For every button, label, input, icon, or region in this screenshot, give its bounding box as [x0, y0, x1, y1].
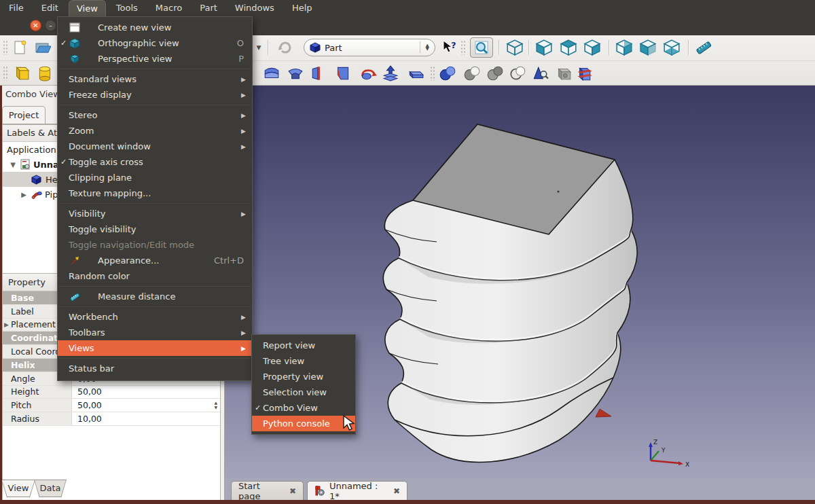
submenu-item-combo-view[interactable]: ✓Combo View [252, 400, 355, 416]
svg-text:Y: Y [661, 447, 666, 454]
tab-data[interactable]: Data [34, 480, 67, 497]
menu-item-visibility[interactable]: Visibility▶ [58, 206, 252, 221]
menu-part[interactable]: Part [192, 0, 225, 16]
menu-help[interactable]: Help [285, 0, 320, 16]
check-geometry-icon[interactable] [530, 64, 549, 83]
new-document-icon[interactable] [11, 38, 30, 57]
part-loft-icon[interactable] [262, 64, 281, 83]
red-axis-arrow [596, 409, 611, 417]
mdi-tab-bar: Start page✖ Unnamed : 1*✖ [225, 478, 815, 500]
pitch-spinner[interactable]: ▲▼ [214, 400, 217, 410]
boolean-cut-icon[interactable] [486, 64, 505, 83]
boolean-union-icon[interactable] [438, 64, 457, 83]
toolbar-grip[interactable] [3, 40, 7, 55]
submenu-item-property-view[interactable]: Property view [252, 369, 355, 384]
menu-item-toggle-axis-cross[interactable]: ✓Toggle axis cross [58, 154, 252, 170]
menu-windows[interactable]: Windows [228, 0, 282, 16]
menu-item-toolbars[interactable]: Toolbars▶ [58, 325, 252, 340]
close-tab-icon[interactable]: ✖ [393, 486, 400, 496]
pipe-sweep-icon [31, 190, 42, 200]
view-menu-dropdown: Create new view ✓ Orthographic view O Pe… [57, 16, 253, 381]
toolbar-grip[interactable] [3, 66, 7, 81]
tab-view[interactable]: View [1, 480, 35, 497]
defeaturing-icon[interactable] [554, 64, 573, 83]
property-row-radius[interactable]: Radius10,00 [3, 412, 220, 426]
open-document-icon[interactable] [34, 38, 53, 57]
new-view-icon [67, 22, 82, 33]
menu-item-perspective-view[interactable]: Perspective view P [58, 51, 252, 67]
property-row-pitch[interactable]: Pitch 50,00 ▲▼ [3, 399, 220, 412]
menu-item-zoom[interactable]: Zoom▶ [58, 123, 252, 139]
property-row-height[interactable]: Height50,00 [3, 386, 220, 399]
boolean-section-icon[interactable] [508, 64, 527, 83]
primitive-cylinder-icon[interactable] [35, 64, 54, 83]
primitive-box-icon[interactable] [11, 64, 30, 83]
menu-item-toggle-visibility[interactable]: Toggle visibility [58, 221, 252, 237]
menu-item-freeze-display[interactable]: Freeze display▶ [58, 87, 252, 103]
submenu-item-tree-view[interactable]: Tree view [252, 353, 355, 369]
expander-open-icon[interactable]: ▼ [8, 161, 18, 168]
workbench-selector[interactable]: Part ▲▼ [304, 39, 435, 56]
tab-unnamed-document[interactable]: Unnamed : 1*✖ [307, 481, 408, 500]
whats-this-icon[interactable]: ? [440, 38, 459, 57]
axonometric-view-icon[interactable] [505, 38, 524, 57]
fit-all-icon[interactable] [470, 37, 493, 58]
boolean-common-icon[interactable] [463, 64, 482, 83]
part-sweep-icon[interactable] [286, 64, 305, 83]
menu-item-workbench[interactable]: Workbench▶ [58, 309, 252, 325]
menu-item-clipping-plane[interactable]: Clipping plane [58, 170, 252, 185]
menu-item-toggle-navigation: Toggle navigation/Edit mode [58, 237, 252, 253]
menu-item-measure-distance[interactable]: Measure distance [58, 289, 252, 304]
part-cube-icon [310, 42, 321, 53]
menu-item-random-color[interactable]: Random color [58, 268, 252, 284]
menu-file[interactable]: File [1, 0, 31, 16]
view-top-icon[interactable] [559, 38, 578, 57]
menu-macro[interactable]: Macro [148, 0, 189, 16]
submenu-item-python-console[interactable]: Python console [252, 416, 355, 431]
view-left-icon[interactable] [662, 38, 681, 57]
toolbar-grip[interactable] [460, 40, 465, 55]
menu-item-document-window[interactable]: Document window▶ [58, 139, 252, 154]
tab-project[interactable]: Project [2, 106, 46, 124]
cross-sections-icon[interactable] [574, 64, 593, 83]
tab-start-page[interactable]: Start page✖ [231, 481, 304, 500]
expander-closed-icon[interactable]: ▶ [19, 191, 29, 198]
part-extrude-icon[interactable] [381, 64, 400, 83]
menubar: File Edit View Tools Macro Part Windows … [0, 0, 815, 16]
workbench-value: Part [325, 43, 420, 53]
menu-item-appearance[interactable]: Appearance... Ctrl+D [58, 253, 252, 268]
svg-text:Z: Z [653, 439, 657, 446]
part-chamfer-icon[interactable] [333, 64, 352, 83]
minimize-window-button[interactable]: – [45, 20, 56, 31]
menu-item-status-bar[interactable]: Status bar [58, 361, 252, 376]
freecad-doc-icon [314, 486, 325, 497]
menu-item-texture-mapping[interactable]: Texture mapping... [58, 185, 252, 201]
menu-tools[interactable]: Tools [109, 0, 145, 16]
view-front-icon[interactable] [535, 38, 554, 57]
menu-view[interactable]: View [69, 0, 106, 16]
submenu-item-selection-view[interactable]: Selection view [252, 384, 355, 400]
part-mirror-icon[interactable] [310, 64, 329, 83]
toolbar-overflow-chevron[interactable]: ▼ [254, 38, 264, 57]
menu-edit[interactable]: Edit [34, 0, 66, 16]
part-revolve-icon[interactable] [359, 64, 378, 83]
view-rear-icon[interactable] [615, 38, 634, 57]
menu-item-stereo[interactable]: Stereo▶ [58, 107, 252, 123]
close-tab-icon[interactable]: ✖ [289, 486, 296, 496]
workbench-spinner[interactable]: ▲▼ [420, 41, 429, 54]
menu-item-create-new-view[interactable]: Create new view [58, 20, 252, 35]
refresh-icon[interactable] [276, 38, 295, 57]
submenu-item-report-view[interactable]: Report view [252, 338, 355, 353]
view-bottom-icon[interactable] [638, 38, 657, 57]
menu-item-views[interactable]: Views▶ [58, 340, 252, 356]
perspective-cube-icon [67, 54, 82, 65]
view-right-icon[interactable] [583, 38, 602, 57]
appearance-icon [67, 255, 82, 266]
expander-closed-icon[interactable]: ▶ [4, 321, 9, 328]
menu-item-standard-views[interactable]: Standard views▶ [58, 71, 252, 87]
menu-item-orthographic-view[interactable]: ✓ Orthographic view O [58, 35, 252, 51]
part-offset-icon[interactable] [406, 64, 425, 83]
close-window-button[interactable]: ✕ [30, 20, 41, 31]
measure-distance-icon[interactable] [694, 38, 713, 57]
toolbar-grip[interactable] [430, 66, 435, 81]
